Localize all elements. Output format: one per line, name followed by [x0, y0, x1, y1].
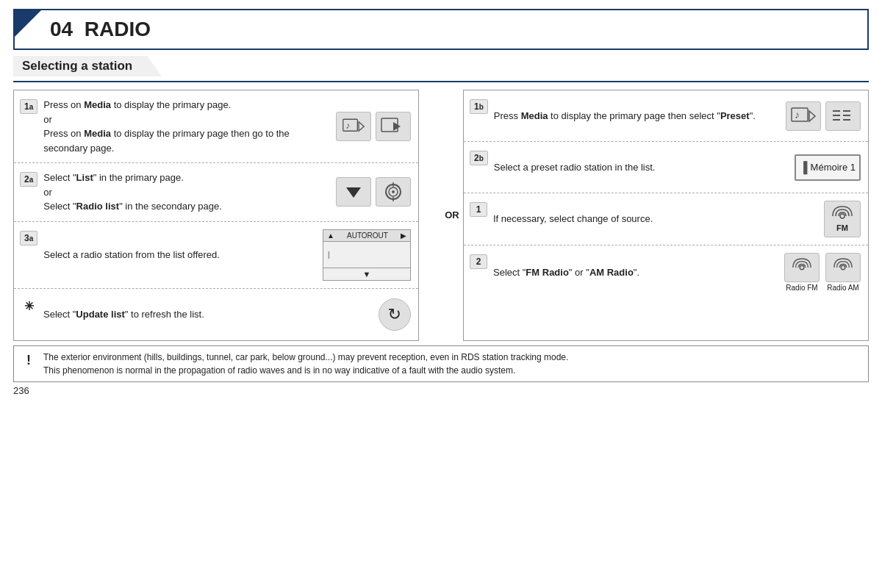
step-2-label: 2 — [470, 254, 487, 269]
svg-marker-4 — [393, 122, 401, 131]
step-1b-content: Press Media to display the primary page … — [488, 109, 786, 123]
step-update-content: Select "Update list" to refresh the list… — [37, 307, 379, 322]
radio-fm-icon — [792, 258, 811, 277]
media-music-icon-b: ♪ — [790, 105, 817, 127]
left-column: 1a Press on Media to display the primary… — [13, 90, 419, 341]
radio-am-label: Radio AM — [827, 284, 858, 292]
media-enter-icon-box — [376, 112, 411, 141]
step-2a-icons — [336, 177, 411, 207]
step-2b-label: 2b — [470, 151, 488, 165]
radio-fm-icon-box — [784, 253, 820, 282]
step-update-icons: ↺ — [379, 298, 411, 331]
step-3a-label: 3a — [20, 231, 37, 245]
memoire-label: Mémoire 1 — [811, 162, 856, 173]
step-2a-content: Select "List" in the primary page. or Se… — [37, 171, 336, 214]
step-update-row: ✳ Select "Update list" to refresh the li… — [14, 289, 418, 340]
section-heading-wrapper: Selecting a station — [13, 56, 869, 82]
svg-text:♪: ♪ — [345, 121, 350, 131]
step-2b-row: 2b Select a preset radio station in the … — [464, 142, 868, 193]
svg-marker-13 — [809, 111, 815, 121]
svg-marker-2 — [359, 122, 364, 131]
step-update-label: ✳ — [20, 298, 37, 315]
step-1b-icons: ♪ — [786, 101, 861, 131]
preset-list-icon — [830, 105, 856, 127]
svg-text:♪: ♪ — [795, 109, 800, 121]
radio-am-group: Radio AM — [825, 253, 861, 292]
right-column: 1b Press Media to display the primary pa… — [463, 90, 869, 341]
svg-point-8 — [392, 190, 395, 193]
radio-list-footer: ▼ — [323, 268, 410, 280]
media-enter-icon — [380, 115, 406, 137]
page-header: 04 RADIO — [13, 9, 869, 50]
step-1a-row: 1a Press on Media to display the primary… — [14, 90, 418, 163]
media-music-icon-box: ♪ — [336, 112, 371, 141]
arrow-down-icon — [343, 182, 364, 202]
fm-wave-icon — [832, 206, 853, 222]
arrow-down-icon-box — [336, 177, 371, 207]
svg-point-21 — [800, 265, 804, 270]
or-divider: OR — [441, 90, 463, 341]
svg-marker-5 — [346, 187, 361, 198]
step-2b-icons: ▐ Mémoire 1 — [795, 154, 861, 181]
step-1-content: If necessary, select change of source. — [487, 212, 824, 226]
note-icon: ! — [21, 351, 36, 370]
step-2a-row: 2a Select "List" in the primary page. or… — [14, 163, 418, 222]
step-2-row: 2 Select "FM Radio" or "AM Radio". Radio… — [464, 245, 868, 299]
target-icon-box — [376, 177, 411, 207]
step-3a-content: Select a radio station from the list off… — [37, 248, 323, 262]
page-number: 236 — [13, 385, 869, 396]
note-text: The exterior environment (hills, buildin… — [43, 351, 568, 377]
radio-list-body: | — [323, 242, 410, 268]
refresh-icon-box: ↺ — [379, 298, 411, 331]
step-1a-label: 1a — [20, 99, 37, 114]
step-2b-content: Select a preset radio station in the lis… — [488, 160, 795, 175]
fm-label: FM — [836, 223, 848, 232]
step-1-label: 1 — [470, 202, 487, 217]
target-icon — [382, 181, 404, 203]
radio-list-header: ▲ AUTOROUT ▶ — [323, 230, 410, 242]
step-1-icons: FM — [824, 201, 861, 237]
bottom-note: ! The exterior environment (hills, build… — [13, 345, 869, 382]
step-2-content: Select "FM Radio" or "AM Radio". — [487, 265, 784, 280]
radio-am-icon-box — [825, 253, 861, 282]
main-content: 1a Press on Media to display the primary… — [13, 90, 869, 341]
radio-list-display: ▲ AUTOROUT ▶ | ▼ — [323, 229, 411, 281]
svg-point-20 — [840, 214, 845, 218]
radio-am-icon — [833, 258, 853, 277]
page-title: 04 RADIO — [50, 18, 151, 40]
fm-icon-box: FM — [824, 201, 861, 237]
step-1b-row: 1b Press Media to display the primary pa… — [464, 90, 868, 142]
media-music-icon-box-b: ♪ — [786, 101, 821, 131]
step-2a-label: 2a — [20, 172, 37, 187]
radio-fm-group: Radio FM — [784, 253, 820, 292]
step-1a-icons: ♪ — [336, 112, 411, 141]
step-1a-content: Press on Media to display the primary pa… — [37, 98, 336, 155]
memoire-icon-box: ▐ Mémoire 1 — [795, 154, 861, 181]
radio-fm-label: Radio FM — [786, 284, 817, 292]
svg-point-22 — [841, 265, 845, 270]
step-3a-icons: ▲ AUTOROUT ▶ | ▼ — [323, 229, 411, 281]
media-music-icon: ♪ — [342, 116, 365, 137]
section-heading: Selecting a station — [13, 56, 162, 76]
preset-list-icon-box — [825, 101, 861, 131]
step-1-row: 1 If necessary, select change of source.… — [464, 193, 868, 245]
step-2-icons: Radio FM Radio AM — [784, 253, 861, 292]
step-1b-label: 1b — [470, 99, 488, 114]
step-3a-row: 3a Select a radio station from the list … — [14, 222, 418, 289]
